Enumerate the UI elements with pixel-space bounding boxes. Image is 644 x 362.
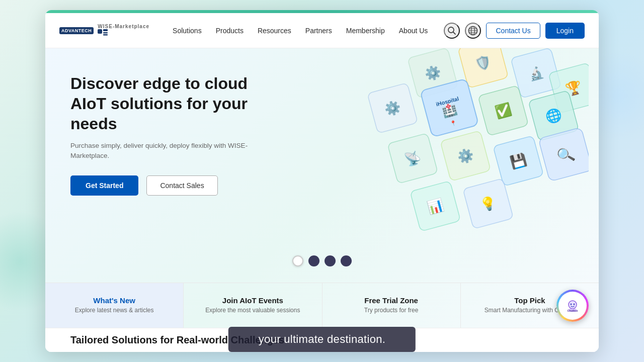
- info-cards: What's New Explore latest news & article…: [45, 283, 599, 328]
- svg-rect-0: [98, 29, 102, 34]
- contact-sales-button[interactable]: Contact Sales: [146, 175, 217, 196]
- hero-title: Discover edge to cloud AIoT solutions fo…: [70, 73, 277, 134]
- nav-about-us[interactable]: About Us: [392, 23, 435, 39]
- hero-left: Discover edge to cloud AIoT solutions fo…: [45, 48, 297, 283]
- slider-dot-4[interactable]: [341, 255, 352, 266]
- info-card-free-trial[interactable]: Free Trial Zone Try products for free: [323, 283, 461, 328]
- svg-rect-2: [103, 32, 108, 34]
- hero-right: ⚙️ 🛡️ 🔬 🏆: [297, 48, 599, 283]
- svg-line-5: [453, 32, 456, 34]
- iso-cards-svg: ⚙️ 🛡️ 🔬 🏆: [297, 48, 589, 234]
- contact-us-button[interactable]: Contact Us: [486, 23, 540, 39]
- nav-membership[interactable]: Membership: [339, 23, 392, 39]
- slider-dot-3[interactable]: [325, 255, 336, 266]
- globe-button[interactable]: [465, 23, 481, 39]
- subtitle-bar: your ultimate destination.: [228, 327, 416, 352]
- chatbot-icon: Chatbot: [566, 299, 580, 313]
- logo-wise-text: WISE-Marketplace: [98, 24, 149, 29]
- slider-dot-1[interactable]: [292, 255, 303, 266]
- info-card-whats-new[interactable]: What's New Explore latest news & article…: [45, 283, 184, 328]
- info-card-join-aiot-desc: Explore the most valuable sessions: [205, 307, 300, 315]
- get-started-button[interactable]: Get Started: [70, 175, 138, 196]
- browser-window: ADVANTECH WISE-Marketplace Solutions Pro…: [45, 10, 599, 352]
- info-card-whats-new-title: What's New: [93, 296, 135, 305]
- info-card-whats-new-desc: Explore latest news & articles: [75, 307, 154, 315]
- info-card-join-aiot-title: Join AIoT Events: [222, 296, 283, 305]
- svg-point-43: [574, 304, 575, 305]
- navbar: ADVANTECH WISE-Marketplace Solutions Pro…: [45, 13, 599, 48]
- nav-resources[interactable]: Resources: [251, 23, 298, 39]
- svg-point-42: [571, 304, 572, 305]
- nav-partners[interactable]: Partners: [298, 23, 339, 39]
- login-button[interactable]: Login: [545, 23, 585, 39]
- hero-subtitle: Purchase simply, deliver quickly, deploy…: [70, 141, 277, 161]
- svg-rect-3: [103, 34, 108, 36]
- svg-point-41: [569, 301, 577, 309]
- logo-badge: ADVANTECH: [59, 27, 94, 34]
- info-card-free-trial-title: Free Trial Zone: [364, 296, 418, 305]
- slider-dots: [292, 255, 352, 266]
- info-card-free-trial-desc: Try products for free: [364, 307, 419, 315]
- info-card-join-aiot[interactable]: Join AIoT Events Explore the most valuab…: [184, 283, 322, 328]
- svg-text:Chatbot: Chatbot: [568, 309, 578, 312]
- svg-rect-1: [103, 29, 108, 31]
- logo-area[interactable]: ADVANTECH WISE-Marketplace: [59, 24, 149, 37]
- search-icon: [447, 26, 456, 35]
- nav-products[interactable]: Products: [209, 23, 251, 39]
- globe-icon: [468, 26, 478, 36]
- slider-dot-2[interactable]: [308, 255, 319, 266]
- nav-solutions[interactable]: Solutions: [166, 23, 209, 39]
- chatbot-inner: Chatbot: [558, 292, 587, 320]
- hero-section: Discover edge to cloud AIoT solutions fo…: [45, 48, 599, 352]
- search-button[interactable]: [444, 23, 460, 39]
- hero-buttons: Get Started Contact Sales: [70, 175, 277, 196]
- chatbot-button[interactable]: Chatbot: [556, 290, 589, 322]
- logo-icon: [98, 29, 109, 37]
- nav-actions: Contact Us Login: [444, 23, 585, 39]
- nav-links: Solutions Products Resources Partners Me…: [166, 23, 444, 39]
- info-card-top-pick-title: Top Pick: [514, 296, 545, 305]
